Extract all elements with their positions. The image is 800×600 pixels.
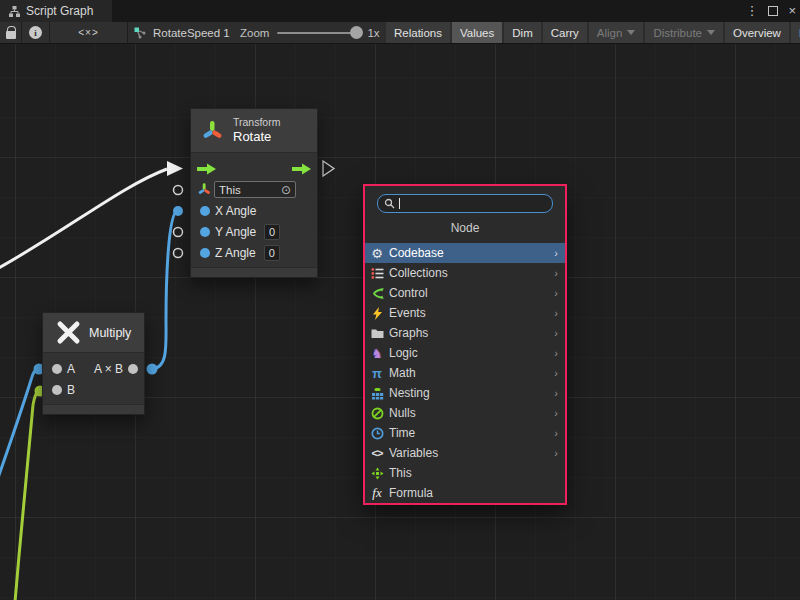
yangle-value-field[interactable]: 0	[264, 224, 280, 240]
lock-button[interactable]	[0, 22, 22, 43]
title-bar: Script Graph ⋮ ×	[0, 0, 800, 22]
menu-item-events[interactable]: Events ›	[365, 303, 565, 323]
zangle-dot[interactable]	[200, 248, 210, 258]
flow-in-arrow-icon[interactable]	[197, 163, 216, 175]
chevron-right-icon: ›	[554, 367, 558, 379]
breadcrumb[interactable]: RotateSpeed 1	[133, 22, 230, 43]
menu-item-time[interactable]: Time ›	[365, 423, 565, 443]
tab-script-graph[interactable]: Script Graph	[0, 0, 112, 22]
zoom-slider[interactable]	[277, 32, 359, 34]
port-yangle-input[interactable]	[174, 228, 183, 237]
distribute-button[interactable]: Distribute	[645, 22, 723, 43]
yangle-dot[interactable]	[200, 227, 210, 237]
info-icon: i	[29, 26, 42, 39]
wire-multiply-to-xangle[interactable]	[152, 211, 177, 369]
node-rotate[interactable]: Transform Rotate This	[190, 108, 318, 278]
close-icon[interactable]: ×	[788, 0, 796, 22]
search-input[interactable]	[377, 194, 553, 213]
menu-item-math[interactable]: π Math ›	[365, 363, 565, 383]
b-dot[interactable]	[52, 385, 62, 395]
node-multiply[interactable]: Multiply A A × B B	[42, 312, 145, 415]
this-field-value: This	[219, 184, 281, 196]
axb-dot[interactable]	[128, 364, 138, 374]
zangle-value-field[interactable]: 0	[264, 245, 280, 261]
graph-icon	[133, 26, 147, 40]
wire-into-b[interactable]	[15, 391, 40, 600]
node-multiply-footer	[43, 404, 144, 414]
gear-icon: ⚙	[369, 246, 385, 260]
values-button[interactable]: Values	[452, 22, 502, 43]
clock-icon	[369, 426, 385, 440]
info-button[interactable]: i	[22, 22, 50, 43]
chevron-right-icon: ›	[554, 327, 558, 339]
chevron-right-icon: ›	[554, 287, 558, 299]
fullscreen-button[interactable]: Full Screen	[791, 22, 800, 43]
flow-arrow-connected[interactable]	[167, 161, 183, 176]
chevron-right-icon: ›	[554, 267, 558, 279]
menu-item-nulls[interactable]: Nulls ›	[365, 403, 565, 423]
this-row: This ⊙	[191, 179, 317, 200]
menu-item-logic[interactable]: ♞ Logic ›	[365, 343, 565, 363]
branch-icon	[369, 286, 385, 300]
text-cursor	[399, 198, 400, 209]
graph-canvas[interactable]: Transform Rotate This	[0, 44, 800, 600]
align-label: Align	[597, 27, 623, 39]
object-picker-icon[interactable]: ⊙	[281, 184, 291, 196]
tab-title: Script Graph	[26, 4, 93, 18]
port-row-b: B	[43, 379, 144, 400]
align-button[interactable]: Align	[589, 22, 644, 43]
node-multiply-header[interactable]: Multiply	[43, 313, 144, 353]
pi-icon: π	[369, 366, 385, 380]
flow-out-arrow-icon[interactable]	[292, 163, 311, 175]
node-rotate-footer	[191, 267, 317, 277]
menu-item-this[interactable]: This	[365, 463, 565, 483]
menu-item-collections[interactable]: Collections ›	[365, 263, 565, 283]
menu-item-nesting[interactable]: Nesting ›	[365, 383, 565, 403]
list-icon	[369, 266, 385, 280]
port-this-input[interactable]	[174, 186, 183, 195]
menu-item-codebase[interactable]: ⚙ Codebase ›	[365, 243, 565, 263]
kebab-menu-icon[interactable]: ⋮	[745, 0, 758, 22]
transform-icon	[201, 119, 223, 143]
carry-button[interactable]: Carry	[543, 22, 587, 43]
port-xangle-input[interactable]	[173, 206, 183, 216]
b-label: B	[67, 383, 75, 397]
menu-item-variables[interactable]: <> Variables ›	[365, 443, 565, 463]
menu-item-graphs[interactable]: Graphs ›	[365, 323, 565, 343]
formula-icon: fx	[369, 486, 385, 500]
port-zangle-input[interactable]	[174, 249, 183, 258]
a-dot[interactable]	[52, 364, 62, 374]
xangle-dot[interactable]	[200, 206, 210, 216]
chevron-right-icon: ›	[554, 427, 558, 439]
menu-item-label: Graphs	[389, 326, 428, 340]
overview-button[interactable]: Overview	[725, 22, 789, 43]
menu-item-control[interactable]: Control ›	[365, 283, 565, 303]
maximize-icon[interactable]	[768, 6, 778, 16]
menu-item-label: Codebase	[389, 246, 444, 260]
dim-button[interactable]: Dim	[504, 22, 540, 43]
chevron-right-icon: ›	[554, 347, 558, 359]
zoom-slider-handle[interactable]	[350, 26, 363, 39]
port-axb-output[interactable]	[147, 364, 158, 375]
node-rotate-header[interactable]: Transform Rotate	[191, 109, 317, 153]
menu-item-label: Time	[389, 426, 415, 440]
fuzzy-finder-popup: Node ⚙ Codebase › Collections ›	[363, 184, 567, 505]
wire-flow-white[interactable]	[0, 169, 167, 269]
nesting-icon	[369, 386, 385, 400]
menu-item-formula[interactable]: fx Formula	[365, 483, 565, 503]
chevron-right-icon: ›	[554, 307, 558, 319]
chevron-right-icon: ›	[554, 447, 558, 459]
finder-list: ⚙ Codebase › Collections ›	[365, 243, 565, 503]
wire-into-a[interactable]	[0, 369, 39, 478]
this-object-field[interactable]: This ⊙	[214, 181, 296, 198]
port-flow-output[interactable]	[323, 161, 334, 176]
multiply-icon	[56, 320, 81, 345]
relations-button[interactable]: Relations	[386, 22, 450, 43]
menu-item-label: Nulls	[389, 406, 416, 420]
menu-item-label: Collections	[389, 266, 448, 280]
transform-mini-icon	[197, 182, 211, 197]
zoom-control: Zoom 1x	[240, 22, 380, 43]
node-category: Transform	[233, 116, 280, 129]
port-row-xangle: X Angle	[191, 200, 317, 221]
code-view-button[interactable]: <×>	[50, 22, 128, 43]
